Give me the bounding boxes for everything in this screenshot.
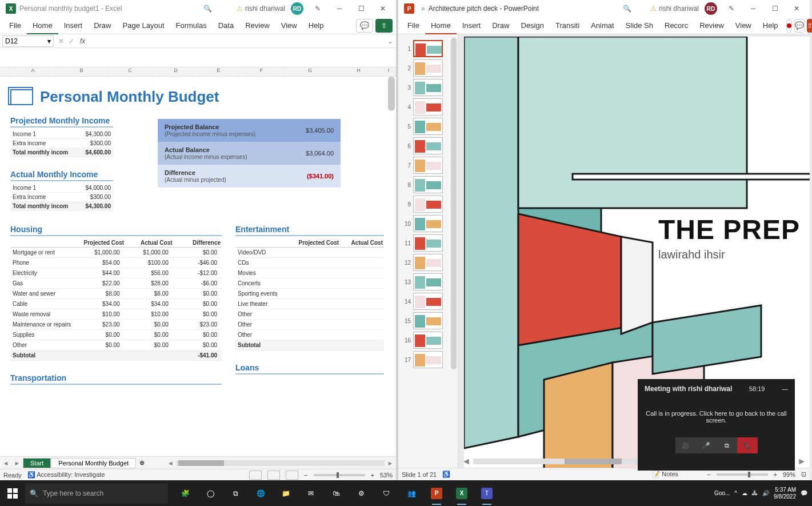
table-row[interactable]: Video/DVD: [235, 248, 384, 258]
table-row[interactable]: Live theater: [235, 299, 384, 309]
maximize-button[interactable]: ☐: [764, 1, 786, 17]
fx-icon[interactable]: fx: [77, 37, 89, 45]
tab-home[interactable]: Home: [425, 17, 457, 34]
horizontal-scrollbar[interactable]: [176, 460, 385, 466]
notifications-icon[interactable]: 💬: [801, 490, 807, 496]
sheet-nav-next[interactable]: ►: [11, 460, 23, 467]
minimize-button[interactable]: ─: [742, 1, 764, 17]
tab-view[interactable]: View: [730, 17, 757, 34]
chevron-down-icon[interactable]: ▾: [47, 37, 51, 45]
table-row[interactable]: Mortgage or rent$1,000.00$1,000.00$0.00: [10, 248, 222, 258]
slide-thumbnail[interactable]: 5: [402, 118, 454, 135]
start-button[interactable]: [0, 480, 25, 506]
share-button[interactable]: ⇧: [807, 19, 812, 33]
slide-thumbnail[interactable]: 8: [402, 176, 454, 193]
taskbar-teams-app-icon[interactable]: T: [474, 480, 499, 506]
accessibility-icon[interactable]: ♿: [442, 471, 450, 478]
zoom-in-button[interactable]: +: [774, 471, 777, 478]
tab-file[interactable]: File: [3, 17, 27, 34]
comments-button[interactable]: 💬: [794, 19, 805, 33]
table-row[interactable]: Concerts: [235, 278, 384, 289]
tray-onedrive-icon[interactable]: ☁: [742, 490, 747, 496]
hscroll-right[interactable]: ►: [385, 460, 396, 467]
slide-thumbnails-panel[interactable]: 1234567891011121314151617: [398, 34, 458, 468]
sheet-nav-prev[interactable]: ◄: [0, 460, 11, 467]
accessibility-status[interactable]: ♿ Accessibility: Investigate: [27, 471, 105, 479]
share-screen-button[interactable]: ⧉: [717, 437, 737, 453]
spreadsheet-area[interactable]: Personal Monthly Budget Projected Balanc…: [0, 77, 396, 456]
slide-thumbnail[interactable]: 7: [402, 157, 454, 174]
tab-animations[interactable]: Animat: [585, 17, 619, 34]
slide-thumbnail[interactable]: 12: [402, 254, 454, 271]
table-row[interactable]: Other: [235, 320, 384, 330]
pen-icon[interactable]: ✎: [307, 1, 329, 17]
add-sheet-button[interactable]: ⊕: [136, 459, 147, 467]
taskbar-mail-icon[interactable]: ✉: [298, 480, 323, 506]
search-icon[interactable]: 🔍: [202, 5, 214, 13]
name-box[interactable]: D12 ▾: [2, 35, 54, 47]
sheet-tab-start[interactable]: Start: [23, 458, 51, 468]
slide-thumbnail[interactable]: 11: [402, 234, 454, 252]
weather-widget[interactable]: Goo...: [714, 490, 730, 496]
teams-call-toast[interactable]: Meeting with rishi dhariwal 58:19 — Call…: [638, 379, 795, 471]
sheet-tab-budget[interactable]: Personal Monthly Budget: [51, 458, 136, 468]
zoom-out-button[interactable]: −: [304, 472, 307, 479]
taskbar-clock[interactable]: 5:37 AM 9/8/2022: [774, 487, 796, 500]
hangup-button[interactable]: 📞: [737, 437, 758, 453]
thumbnails-scrollbar[interactable]: [451, 38, 457, 369]
tab-slideshow[interactable]: Slide Sh: [620, 17, 659, 34]
slide-thumbnail[interactable]: 6: [402, 137, 454, 154]
tab-insert[interactable]: Insert: [58, 17, 89, 34]
share-button[interactable]: ⇧: [375, 19, 393, 33]
tab-data[interactable]: Data: [213, 17, 239, 34]
table-row[interactable]: Other$0.00$0.00$0.00: [10, 340, 222, 350]
maximize-button[interactable]: ☐: [350, 1, 372, 17]
ppt-user-name[interactable]: rishi dhariwal: [659, 5, 699, 13]
taskbar-taskview-icon[interactable]: ⧉: [223, 480, 248, 506]
tray-network-icon[interactable]: 🖧: [752, 490, 758, 496]
table-row[interactable]: Waste removal$10.00$10.00$0.00: [10, 309, 222, 320]
zoom-slider[interactable]: [314, 474, 365, 476]
tab-insert[interactable]: Insert: [457, 17, 487, 34]
tab-transitions[interactable]: Transiti: [550, 17, 585, 34]
tab-help[interactable]: Help: [303, 17, 330, 34]
toast-minimize-icon[interactable]: —: [782, 385, 788, 392]
table-row[interactable]: Gas$22.00$28.00-$6.00: [10, 278, 222, 289]
slide-thumbnail[interactable]: 17: [402, 351, 454, 368]
table-row[interactable]: Phone$54.00$100.00-$46.00: [10, 258, 222, 268]
slide-thumbnail[interactable]: 2: [402, 59, 454, 77]
excel-user-name[interactable]: rishi dhariwal: [245, 5, 285, 13]
camera-button[interactable]: 🎥: [675, 437, 696, 453]
slide-thumbnail[interactable]: 14: [402, 293, 454, 310]
cancel-fx-icon[interactable]: ✕: [56, 37, 66, 45]
slide-thumbnail[interactable]: 9: [402, 196, 454, 213]
slide-thumbnail[interactable]: 10: [402, 215, 454, 232]
slide-subtitle[interactable]: lawirahd ihsir: [658, 248, 725, 261]
table-row[interactable]: Other: [235, 330, 384, 340]
taskbar-store-icon[interactable]: 🛍: [323, 480, 349, 506]
zoom-level[interactable]: 53%: [380, 472, 393, 479]
taskbar-security-icon[interactable]: 🛡: [374, 480, 399, 506]
tab-page-layout[interactable]: Page Layout: [117, 17, 170, 34]
minimize-button[interactable]: ─: [329, 1, 350, 17]
slide-title[interactable]: THE PREP: [658, 214, 800, 245]
table-row[interactable]: Supplies$0.00$0.00$0.00: [10, 330, 222, 340]
taskbar-cortana-icon[interactable]: ◯: [198, 480, 223, 506]
tab-help[interactable]: Help: [757, 17, 784, 34]
tab-record[interactable]: Recorc: [659, 17, 694, 34]
hscroll-left[interactable]: ◄: [165, 460, 176, 467]
column-headers[interactable]: A B C D E F G H I: [0, 67, 396, 77]
tab-review[interactable]: Review: [239, 17, 275, 34]
comments-button[interactable]: 💬: [356, 19, 373, 33]
tray-volume-icon[interactable]: 🔊: [762, 490, 769, 496]
table-row[interactable]: CDs: [235, 258, 384, 268]
fit-to-window-button[interactable]: ⊡: [801, 471, 806, 478]
record-button[interactable]: [786, 19, 792, 33]
mic-button[interactable]: 🎤: [696, 437, 717, 453]
table-row[interactable]: Water and sewer$8.00$8.00$0.00: [10, 289, 222, 299]
table-row[interactable]: Sporting events: [235, 289, 384, 299]
slide-counter[interactable]: Slide 1 of 21: [402, 471, 437, 478]
search-icon[interactable]: 🔍: [622, 5, 633, 13]
tab-formulas[interactable]: Formulas: [170, 17, 213, 34]
taskbar-search[interactable]: 🔍 Type here to search: [25, 483, 168, 504]
